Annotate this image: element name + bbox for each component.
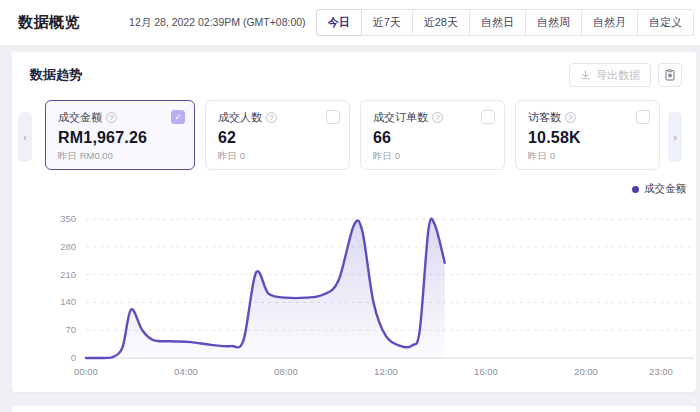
x-tick-label: 16:00	[474, 366, 498, 377]
metric-card-3[interactable]: 访客数?10.58K昨日 0	[515, 100, 660, 170]
metric-title: 成交人数	[218, 110, 262, 125]
metric-title: 成交订单数	[373, 110, 428, 125]
export-data-label: 导出数据	[596, 68, 640, 83]
filter-button-3[interactable]: 自然日	[469, 9, 526, 36]
help-icon: ?	[266, 112, 277, 123]
metric-checkbox[interactable]	[636, 110, 650, 124]
help-icon: ?	[565, 112, 576, 123]
chevron-right-icon: ›	[673, 131, 677, 143]
help-icon: ?	[432, 112, 443, 123]
report-tool-button[interactable]	[658, 63, 682, 87]
header-right: 12月 28, 2022 02:39PM (GMT+08:00) 今日近7天近2…	[129, 9, 694, 36]
metric-value: 62	[218, 129, 337, 147]
y-tick-label: 140	[60, 296, 76, 307]
metric-yesterday: 昨日 RM0.00	[58, 150, 182, 163]
metric-title: 成交金额	[58, 110, 102, 125]
clipboard-icon	[664, 69, 676, 81]
chart-legend[interactable]: 成交金额	[632, 182, 686, 196]
filter-button-2[interactable]: 近28天	[412, 9, 470, 36]
y-tick-label: 350	[60, 213, 76, 224]
x-tick-label: 00:00	[74, 366, 98, 377]
trend-chart: 07014021028035000:0004:0008:0012:0016:00…	[24, 207, 696, 385]
metric-checkbox[interactable]	[326, 110, 340, 124]
current-datetime: 12月 28, 2022 02:39PM (GMT+08:00)	[129, 16, 306, 30]
filter-button-1[interactable]: 近7天	[361, 9, 413, 36]
filter-button-5[interactable]: 自然月	[581, 9, 638, 36]
date-range-filter: 今日近7天近28天自然日自然周自然月自定义	[316, 9, 694, 36]
legend-dot-icon	[632, 186, 639, 193]
metric-card-2[interactable]: 成交订单数?66昨日 0	[360, 100, 505, 170]
filter-button-6[interactable]: 自定义	[637, 9, 694, 36]
trend-chart-svg: 07014021028035000:0004:0008:0012:0016:00…	[24, 207, 696, 385]
help-icon: ?	[106, 112, 117, 123]
y-tick-label: 70	[65, 324, 76, 335]
metric-value: 66	[373, 129, 492, 147]
chevron-left-icon: ‹	[23, 131, 27, 143]
metric-card-1[interactable]: 成交人数?62昨日 0	[205, 100, 350, 170]
carousel-prev-button[interactable]: ‹	[18, 112, 32, 162]
metric-yesterday: 昨日 0	[528, 150, 647, 163]
metric-cards-row: 成交金额?✓RM1,967.26昨日 RM0.00成交人数?62昨日 0成交订单…	[12, 100, 696, 170]
top-header: 数据概览 12月 28, 2022 02:39PM (GMT+08:00) 今日…	[0, 0, 700, 46]
y-tick-label: 0	[71, 352, 76, 363]
download-icon	[580, 70, 591, 81]
x-tick-label: 12:00	[374, 366, 398, 377]
x-tick-label: 23:00	[649, 366, 673, 377]
metric-yesterday: 昨日 0	[218, 150, 337, 163]
metric-card-0[interactable]: 成交金额?✓RM1,967.26昨日 RM0.00	[45, 100, 195, 170]
metric-checkbox[interactable]: ✓	[171, 110, 185, 124]
metric-yesterday: 昨日 0	[373, 150, 492, 163]
data-trend-card: 数据趋势 导出数据 成交金额?✓RM1,967.26昨日 RM0.00成交人数?…	[12, 52, 696, 392]
x-tick-label: 04:00	[174, 366, 198, 377]
y-tick-label: 210	[60, 269, 76, 280]
x-tick-label: 20:00	[574, 366, 598, 377]
next-section-sliver	[12, 406, 696, 412]
filter-button-4[interactable]: 自然周	[525, 9, 582, 36]
section-title: 数据趋势	[30, 66, 82, 84]
metric-value: RM1,967.26	[58, 129, 182, 147]
carousel-next-button[interactable]: ›	[668, 112, 682, 162]
filter-button-0[interactable]: 今日	[316, 9, 362, 36]
metric-checkbox[interactable]	[481, 110, 495, 124]
page-title: 数据概览	[18, 13, 80, 32]
metric-value: 10.58K	[528, 129, 647, 147]
export-data-button[interactable]: 导出数据	[569, 63, 651, 87]
x-tick-label: 08:00	[274, 366, 298, 377]
legend-label: 成交金额	[644, 182, 686, 196]
y-tick-label: 280	[60, 241, 76, 252]
metric-title: 访客数	[528, 110, 561, 125]
